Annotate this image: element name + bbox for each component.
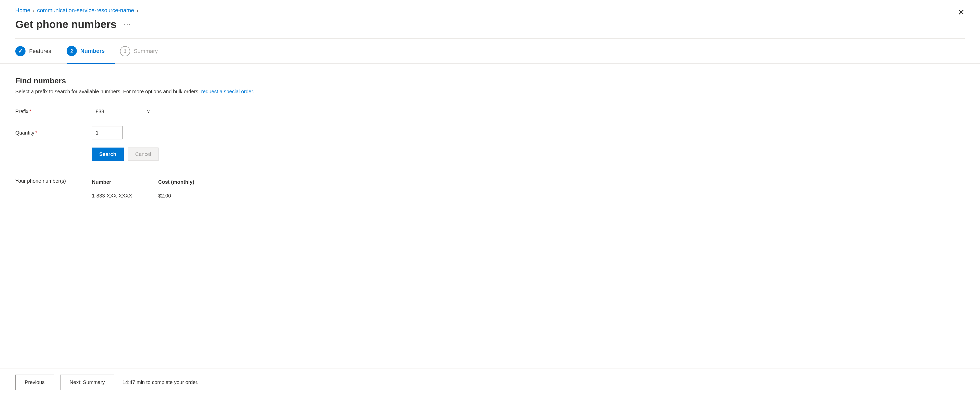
page-title-row: Get phone numbers ···	[15, 18, 965, 30]
main-content: Find numbers Select a prefix to search f…	[0, 64, 980, 368]
checkmark-icon: ✓	[18, 48, 23, 54]
footer: Previous Next: Summary 14:47 min to comp…	[0, 368, 980, 396]
phone-numbers-label: Your phone number(s)	[15, 176, 92, 184]
search-button[interactable]: Search	[92, 147, 124, 161]
prefix-row: Prefix* 800 833 844 855 866 877 888 ∨	[15, 105, 965, 118]
step-features-label: Features	[29, 48, 51, 54]
phone-table-header: Number Cost (monthly)	[92, 176, 965, 188]
close-button[interactable]: ✕	[958, 8, 965, 16]
breadcrumb-resource[interactable]: communication-service-resource-name	[37, 7, 134, 14]
footer-info-text: 14:47 min to complete your order.	[123, 379, 199, 385]
step-summary-circle: 3	[120, 46, 130, 56]
prefix-select-wrapper: 800 833 844 855 866 877 888 ∨	[92, 105, 153, 118]
steps-container: ✓ Features 2 Numbers 3 Summary	[0, 39, 980, 64]
page-title: Get phone numbers	[15, 18, 117, 30]
header-area: Home › communication-service-resource-na…	[0, 0, 980, 38]
breadcrumb: Home › communication-service-resource-na…	[15, 7, 965, 14]
step-numbers-label: Numbers	[80, 48, 105, 54]
breadcrumb-sep-2: ›	[137, 8, 138, 14]
phone-numbers-section: Your phone number(s) Number Cost (monthl…	[15, 176, 965, 203]
column-header-number: Number	[92, 179, 158, 185]
step-summary-number: 3	[124, 49, 126, 54]
quantity-input[interactable]	[92, 126, 123, 139]
find-numbers-description: Select a prefix to search for available …	[15, 89, 965, 95]
description-pre-text: Select a prefix to search for available …	[15, 89, 201, 94]
step-numbers-circle: 2	[67, 46, 77, 56]
next-summary-button[interactable]: Next: Summary	[60, 375, 115, 390]
step-numbers-number: 2	[70, 48, 73, 54]
phone-numbers-header-row: Your phone number(s) Number Cost (monthl…	[15, 176, 965, 203]
find-numbers-title: Find numbers	[15, 76, 965, 85]
quantity-row: Quantity*	[15, 126, 965, 139]
quantity-required: *	[35, 130, 37, 136]
breadcrumb-sep-1: ›	[33, 8, 35, 14]
phone-cost-value: $2.00	[158, 193, 209, 199]
step-features[interactable]: ✓ Features	[15, 39, 62, 63]
previous-button[interactable]: Previous	[15, 375, 54, 390]
prefix-select[interactable]: 800 833 844 855 866 877 888	[92, 105, 153, 118]
quantity-label: Quantity*	[15, 130, 92, 136]
prefix-required: *	[29, 109, 32, 114]
step-summary[interactable]: 3 Summary	[120, 39, 168, 63]
more-options-button[interactable]: ···	[122, 19, 133, 30]
table-row: 1-833-XXX-XXXX $2.00	[92, 188, 965, 203]
special-order-link[interactable]: request a special order.	[201, 89, 254, 94]
cancel-button[interactable]: Cancel	[128, 147, 159, 161]
step-summary-label: Summary	[134, 48, 158, 54]
page-container: Home › communication-service-resource-na…	[0, 0, 980, 396]
prefix-label: Prefix*	[15, 109, 92, 114]
phone-number-value: 1-833-XXX-XXXX	[92, 193, 158, 199]
step-features-circle: ✓	[15, 46, 25, 56]
phone-table: Number Cost (monthly) 1-833-XXX-XXXX $2.…	[92, 176, 965, 203]
breadcrumb-home[interactable]: Home	[15, 7, 30, 14]
search-cancel-row: Search Cancel	[92, 147, 965, 161]
column-header-cost: Cost (monthly)	[158, 179, 209, 185]
step-numbers[interactable]: 2 Numbers	[67, 39, 115, 64]
